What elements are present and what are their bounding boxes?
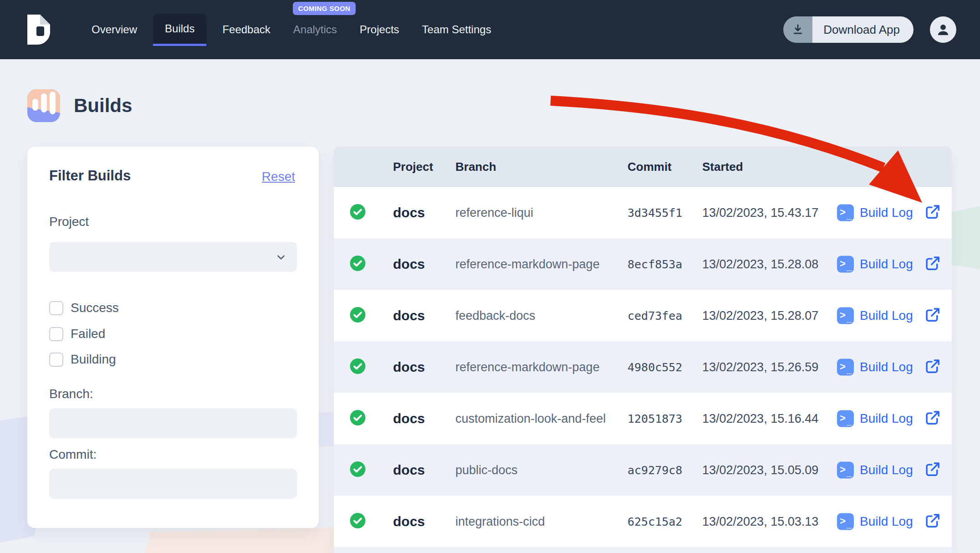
checkbox-building-label: Building bbox=[71, 352, 116, 367]
nav-item-feedback[interactable]: Feedback bbox=[211, 23, 281, 36]
build-log-label: Build Log bbox=[860, 205, 913, 220]
build-branch: feedback-docs bbox=[455, 308, 536, 323]
user-avatar[interactable] bbox=[930, 16, 956, 43]
project-label: Project bbox=[49, 215, 89, 229]
external-link-icon[interactable] bbox=[924, 461, 941, 479]
terminal-icon: >_ bbox=[837, 256, 854, 272]
build-started: 13/02/2023, 15.03.13 bbox=[702, 514, 818, 528]
build-branch: reference-liqui bbox=[455, 205, 533, 220]
table-header: Project Branch Commit Started bbox=[334, 147, 952, 187]
page-title: Builds bbox=[74, 95, 132, 117]
build-log-link[interactable]: >_ Build Log bbox=[837, 358, 913, 375]
column-header-project: Project bbox=[393, 159, 433, 174]
checkbox-building-box[interactable] bbox=[49, 353, 63, 367]
person-icon bbox=[935, 22, 951, 37]
build-log-link[interactable]: >_ Build Log bbox=[837, 256, 913, 272]
build-log-label: Build Log bbox=[860, 308, 913, 323]
checkbox-success[interactable]: Success bbox=[49, 301, 119, 315]
build-started: 13/02/2023, 15.28.07 bbox=[702, 308, 818, 323]
table-row: docs public-docs ac9279c8 13/02/2023, 15… bbox=[334, 444, 952, 496]
checkbox-failed[interactable]: Failed bbox=[49, 327, 105, 341]
external-link-icon[interactable] bbox=[924, 512, 941, 531]
terminal-icon: >_ bbox=[837, 307, 854, 324]
terminal-icon: >_ bbox=[837, 513, 854, 530]
build-log-link[interactable]: >_ Build Log bbox=[837, 513, 913, 530]
terminal-icon: >_ bbox=[837, 410, 854, 427]
build-started: 13/02/2023, 15.43.17 bbox=[702, 205, 818, 220]
external-link-icon[interactable] bbox=[924, 204, 941, 222]
filter-panel-title: Filter Builds bbox=[49, 168, 131, 184]
build-project: docs bbox=[393, 411, 425, 426]
checkbox-failed-label: Failed bbox=[71, 327, 105, 341]
branch-input[interactable] bbox=[49, 408, 297, 438]
nav-item-analytics[interactable]: COMING SOON Analytics bbox=[282, 23, 348, 36]
nav-item-team-settings[interactable]: Team Settings bbox=[411, 23, 503, 36]
build-branch: reference-markdown-page bbox=[455, 257, 600, 271]
decorative-mint-shape bbox=[951, 206, 980, 270]
build-status-success-icon bbox=[349, 512, 366, 531]
reset-filters-link[interactable]: Reset bbox=[262, 169, 295, 184]
checkbox-failed-box[interactable] bbox=[49, 327, 63, 341]
coming-soon-badge: COMING SOON bbox=[293, 2, 356, 15]
nav-item-analytics-label: Analytics bbox=[293, 23, 337, 36]
builds-table: Project Branch Commit Started docs refer… bbox=[334, 147, 952, 553]
app-logo-icon[interactable] bbox=[27, 15, 50, 45]
checkbox-success-label: Success bbox=[71, 301, 119, 315]
build-project: docs bbox=[393, 205, 425, 220]
commit-input[interactable] bbox=[49, 469, 297, 499]
external-link-icon[interactable] bbox=[924, 255, 941, 273]
top-navbar: Overview Builds Feedback COMING SOON Ana… bbox=[0, 0, 980, 59]
table-row: docs reference-markdown-page 8ecf853a 13… bbox=[334, 238, 952, 290]
column-header-commit: Commit bbox=[628, 159, 672, 174]
nav-item-builds[interactable]: Builds bbox=[153, 14, 206, 46]
bar-chart-icon bbox=[27, 89, 60, 122]
nav-item-projects[interactable]: Projects bbox=[348, 23, 411, 36]
build-commit: ced73fea bbox=[628, 309, 682, 322]
download-app-button[interactable]: Download App bbox=[783, 16, 914, 43]
table-row: docs feedback-docs ced73fea 13/02/2023, … bbox=[334, 290, 952, 341]
column-header-branch: Branch bbox=[455, 159, 496, 174]
external-link-icon[interactable] bbox=[924, 307, 941, 325]
build-log-label: Build Log bbox=[860, 463, 913, 477]
navbar-right: Download App bbox=[783, 16, 956, 43]
nav-item-overview[interactable]: Overview bbox=[80, 23, 148, 36]
build-status-success-icon bbox=[349, 461, 366, 479]
build-log-label: Build Log bbox=[860, 257, 913, 271]
table-row-partial bbox=[334, 547, 952, 553]
table-body: docs reference-liqui 3d3455f1 13/02/2023… bbox=[334, 187, 952, 547]
build-branch: integrations-cicd bbox=[455, 514, 545, 528]
terminal-icon: >_ bbox=[837, 204, 854, 221]
external-link-icon[interactable] bbox=[924, 410, 941, 428]
build-log-link[interactable]: >_ Build Log bbox=[837, 204, 913, 221]
build-branch: public-docs bbox=[455, 463, 518, 477]
build-status-success-icon bbox=[349, 306, 366, 325]
build-log-label: Build Log bbox=[860, 411, 913, 426]
build-started: 13/02/2023, 15.28.08 bbox=[702, 257, 818, 271]
column-header-started: Started bbox=[702, 159, 743, 174]
filter-builds-panel: Filter Builds Reset Project Success Fail… bbox=[27, 147, 319, 528]
main-nav: Overview Builds Feedback COMING SOON Ana… bbox=[80, 0, 503, 59]
build-project: docs bbox=[393, 462, 425, 478]
terminal-icon: >_ bbox=[837, 358, 854, 375]
decorative-lavender-shape-small bbox=[318, 412, 336, 446]
checkbox-building[interactable]: Building bbox=[49, 352, 116, 367]
commit-label: Commit: bbox=[49, 447, 97, 462]
table-row: docs reference-markdown-page 4980c552 13… bbox=[334, 341, 952, 393]
build-project: docs bbox=[393, 256, 425, 272]
build-status-success-icon bbox=[349, 358, 366, 376]
build-started: 13/02/2023, 15.26.59 bbox=[702, 360, 818, 374]
build-log-label: Build Log bbox=[860, 514, 913, 529]
build-branch: reference-markdown-page bbox=[455, 360, 600, 374]
project-select[interactable] bbox=[49, 242, 297, 272]
build-log-link[interactable]: >_ Build Log bbox=[837, 410, 913, 427]
page-header: Builds bbox=[27, 89, 132, 122]
build-project: docs bbox=[393, 359, 425, 375]
checkbox-success-box[interactable] bbox=[49, 301, 63, 315]
build-log-link[interactable]: >_ Build Log bbox=[837, 461, 913, 478]
table-row: docs customization-look-and-feel 1205187… bbox=[334, 393, 952, 444]
build-log-link[interactable]: >_ Build Log bbox=[837, 307, 913, 324]
builds-page-icon bbox=[27, 89, 60, 122]
build-commit: 8ecf853a bbox=[628, 257, 682, 271]
build-status-success-icon bbox=[349, 409, 366, 428]
external-link-icon[interactable] bbox=[924, 358, 941, 376]
